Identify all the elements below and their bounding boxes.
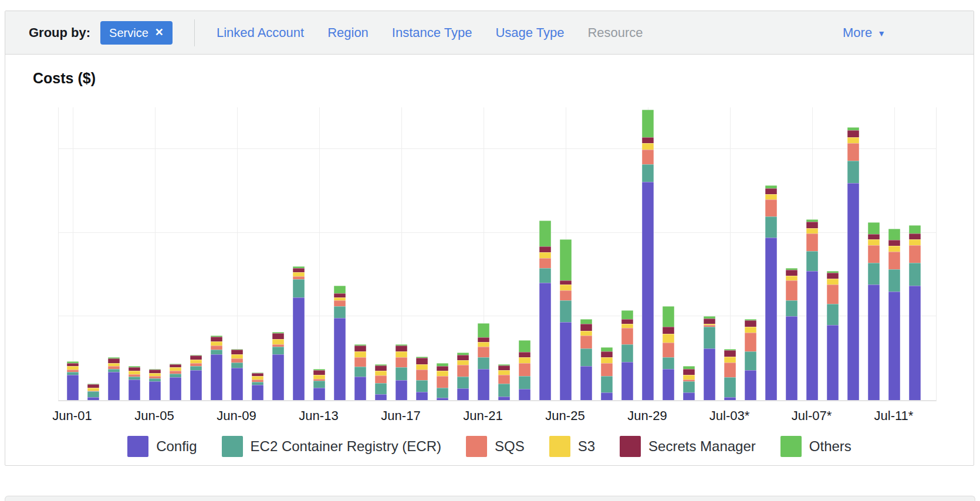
segment-secrets-manager[interactable]: [827, 273, 839, 279]
segment-secrets-manager[interactable]: [211, 337, 222, 341]
segment-ec2-container-registry-ecr-[interactable]: [354, 367, 366, 377]
bar-jul-04[interactable]: [745, 319, 756, 400]
segment-others[interactable]: [663, 306, 674, 327]
segment-s3[interactable]: [211, 341, 222, 346]
segment-secrets-manager[interactable]: [498, 365, 510, 370]
bar-jun-15[interactable]: [354, 344, 366, 400]
segment-ec2-container-registry-ecr-[interactable]: [396, 367, 407, 380]
bar-jul-12[interactable]: [909, 225, 921, 400]
bar-jun-12[interactable]: [293, 266, 305, 400]
segment-ec2-container-registry-ecr-[interactable]: [765, 216, 777, 238]
segment-secrets-manager[interactable]: [868, 234, 880, 239]
bar-jul-03[interactable]: [724, 349, 736, 400]
segment-secrets-manager[interactable]: [642, 137, 654, 143]
segment-config[interactable]: [827, 325, 839, 400]
bar-jul-11[interactable]: [888, 229, 900, 400]
segment-config[interactable]: [334, 318, 346, 400]
segment-config[interactable]: [149, 381, 161, 400]
segment-s3[interactable]: [539, 252, 551, 258]
bar-jun-02[interactable]: [87, 384, 99, 400]
segment-s3[interactable]: [765, 194, 777, 199]
segment-sqs[interactable]: [847, 143, 859, 161]
segment-config[interactable]: [888, 292, 900, 400]
bar-jul-09[interactable]: [847, 127, 859, 400]
segment-ec2-container-registry-ecr-[interactable]: [888, 269, 900, 292]
segment-secrets-manager[interactable]: [313, 370, 325, 375]
bar-jun-07[interactable]: [190, 355, 202, 400]
segment-others[interactable]: [888, 229, 900, 240]
segment-config[interactable]: [108, 372, 120, 400]
segment-sqs[interactable]: [909, 245, 921, 263]
segment-s3[interactable]: [868, 239, 880, 245]
segment-config[interactable]: [190, 370, 202, 400]
segment-ec2-container-registry-ecr-[interactable]: [683, 381, 695, 392]
segment-s3[interactable]: [909, 239, 921, 245]
segment-secrets-manager[interactable]: [663, 327, 674, 334]
segment-s3[interactable]: [293, 272, 305, 276]
segment-s3[interactable]: [621, 324, 633, 328]
segment-config[interactable]: [642, 182, 654, 400]
segment-s3[interactable]: [786, 276, 797, 280]
segment-config[interactable]: [375, 394, 387, 400]
segment-s3[interactable]: [601, 357, 613, 363]
bar-jun-05[interactable]: [149, 369, 161, 400]
segment-config[interactable]: [437, 398, 448, 400]
segment-sqs[interactable]: [457, 365, 469, 377]
segment-secrets-manager[interactable]: [396, 346, 407, 351]
segment-s3[interactable]: [642, 143, 654, 150]
bar-jul-06[interactable]: [786, 268, 797, 400]
bar-jun-30[interactable]: [663, 306, 674, 400]
segment-ec2-container-registry-ecr-[interactable]: [416, 380, 428, 392]
segment-secrets-manager[interactable]: [745, 320, 756, 327]
segment-config[interactable]: [87, 397, 99, 400]
legend-item-s3[interactable]: S3: [549, 436, 595, 457]
segment-ec2-container-registry-ecr-[interactable]: [457, 377, 469, 388]
segment-secrets-manager[interactable]: [478, 337, 489, 342]
segment-s3[interactable]: [560, 285, 572, 290]
segment-sqs[interactable]: [560, 290, 572, 301]
segment-config[interactable]: [457, 388, 469, 400]
bar-jun-19[interactable]: [437, 363, 448, 400]
segment-config[interactable]: [847, 183, 859, 400]
segment-config[interactable]: [416, 392, 428, 400]
segment-ec2-container-registry-ecr-[interactable]: [272, 347, 284, 354]
bar-jun-28[interactable]: [621, 310, 633, 400]
segment-s3[interactable]: [375, 371, 387, 375]
segment-sqs[interactable]: [663, 343, 674, 358]
segment-sqs[interactable]: [416, 370, 428, 380]
segment-secrets-manager[interactable]: [847, 130, 859, 137]
bar-jun-18[interactable]: [416, 357, 428, 400]
segment-config[interactable]: [396, 380, 407, 400]
segment-ec2-container-registry-ecr-[interactable]: [847, 161, 859, 183]
segment-s3[interactable]: [416, 364, 428, 370]
bar-jun-22[interactable]: [498, 364, 510, 400]
legend-item-sqs[interactable]: SQS: [466, 436, 525, 457]
segment-ec2-container-registry-ecr-[interactable]: [786, 300, 797, 316]
segment-secrets-manager[interactable]: [293, 268, 305, 272]
segment-config[interactable]: [67, 375, 79, 400]
segment-ec2-container-registry-ecr-[interactable]: [806, 251, 818, 271]
segment-secrets-manager[interactable]: [272, 333, 284, 339]
bar-jul-08[interactable]: [827, 271, 839, 400]
bar-jul-02[interactable]: [704, 316, 715, 400]
segment-sqs[interactable]: [745, 333, 756, 352]
segment-ec2-container-registry-ecr-[interactable]: [704, 327, 715, 348]
segment-s3[interactable]: [313, 375, 325, 379]
segment-s3[interactable]: [745, 327, 756, 333]
segment-sqs[interactable]: [786, 280, 797, 300]
segment-ec2-container-registry-ecr-[interactable]: [293, 279, 305, 297]
segment-config[interactable]: [683, 392, 695, 400]
group-option-linked-account[interactable]: Linked Account: [217, 25, 304, 40]
segment-others[interactable]: [909, 225, 921, 233]
segment-ec2-container-registry-ecr-[interactable]: [478, 357, 489, 370]
segment-sqs[interactable]: [478, 347, 489, 357]
segment-ec2-container-registry-ecr-[interactable]: [437, 388, 448, 398]
segment-ec2-container-registry-ecr-[interactable]: [498, 384, 510, 397]
segment-secrets-manager[interactable]: [519, 352, 530, 357]
segment-sqs[interactable]: [334, 300, 346, 306]
bar-jun-29[interactable]: [642, 110, 654, 400]
segment-ec2-container-registry-ecr-[interactable]: [642, 164, 654, 182]
segment-secrets-manager[interactable]: [621, 319, 633, 324]
segment-config[interactable]: [252, 385, 263, 400]
segment-sqs[interactable]: [498, 375, 510, 384]
